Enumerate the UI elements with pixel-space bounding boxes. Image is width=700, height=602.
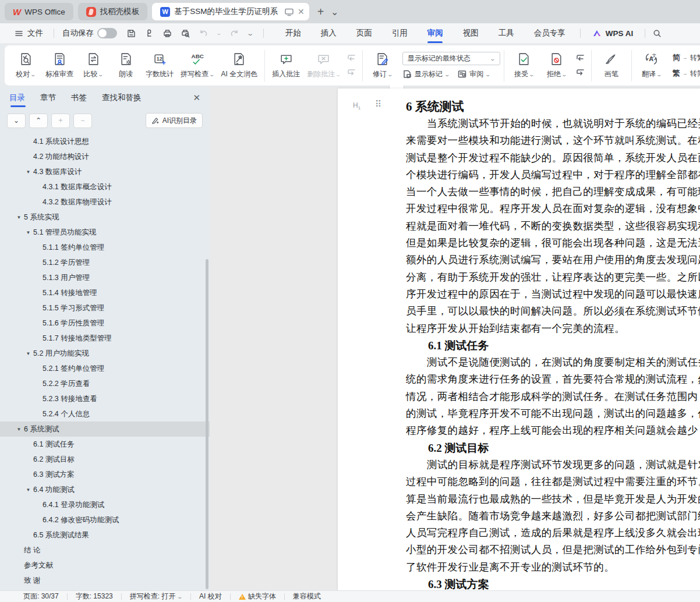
toc-item[interactable]: 6.3 测试方案 bbox=[0, 467, 210, 482]
to-traditional-button[interactable]: 简→ 转繁 bbox=[673, 52, 700, 63]
search-icon[interactable] bbox=[652, 29, 662, 38]
word-count-button[interactable]: 12 字数统计 bbox=[142, 48, 177, 84]
toc-item[interactable]: 5.2.3 转接地查看 bbox=[0, 391, 210, 406]
toc-item[interactable]: 5.1.2 学历管理 bbox=[0, 255, 210, 270]
sidebar-scrollbar[interactable] bbox=[206, 259, 208, 589]
compat-mode-indicator[interactable]: 兼容模式 bbox=[285, 592, 329, 601]
undo-dropdown-icon[interactable]: ⌄ bbox=[215, 30, 222, 36]
toc-item[interactable]: 6.2 测试目标 bbox=[0, 452, 210, 467]
next-change-icon[interactable] bbox=[575, 68, 585, 78]
menu-tab-5[interactable]: 视图 bbox=[453, 23, 489, 43]
menu-tab-6[interactable]: 工具 bbox=[489, 23, 524, 43]
brush-button[interactable]: 画笔 bbox=[595, 48, 628, 84]
toc-item[interactable]: ▼5.2 用户功能实现 bbox=[0, 346, 210, 361]
toc-item[interactable]: 4.2 功能结构设计 bbox=[0, 149, 210, 164]
next-comment-icon[interactable] bbox=[347, 68, 356, 78]
save-icon[interactable] bbox=[126, 29, 136, 38]
print-preview-icon[interactable] bbox=[181, 29, 190, 38]
toc-item[interactable]: 5.2.1 签约单位管理 bbox=[0, 361, 210, 376]
word-count-indicator[interactable]: 字数: 15323 bbox=[68, 592, 121, 601]
export-pdf-icon[interactable] bbox=[144, 29, 154, 38]
zoom-out-button[interactable]: − bbox=[73, 114, 92, 128]
tab-wps-home[interactable]: W WPS Office bbox=[5, 3, 73, 20]
document-page[interactable]: H1 ⠿ 6 系统测试当系统测试环节开始的时候，也就说明对于系统的编码已经弄得大… bbox=[338, 88, 700, 590]
toc-item[interactable]: 5.1.6 学历性质管理 bbox=[0, 316, 210, 331]
previous-change-icon[interactable] bbox=[575, 54, 585, 63]
expand-all-button[interactable]: ⌃ bbox=[29, 114, 48, 128]
toc-item[interactable]: 5.2.2 学历查看 bbox=[0, 376, 210, 391]
print-icon[interactable] bbox=[162, 29, 172, 38]
document-content[interactable]: 6 系统测试当系统测试环节开始的时候，也就说明对于系统的编码已经弄得大致来需要对… bbox=[338, 88, 700, 590]
file-menu[interactable]: 文件 bbox=[8, 28, 49, 38]
menu-tab-3[interactable]: 引用 bbox=[382, 23, 418, 43]
menu-tab-1[interactable]: 插入 bbox=[311, 23, 347, 43]
toc-item[interactable]: ▼6 系统测试 bbox=[0, 422, 210, 437]
toc-item[interactable]: 5.1.1 签约单位管理 bbox=[0, 240, 210, 255]
toc-item[interactable]: 6.4.1 登录功能测试 bbox=[0, 497, 210, 512]
markup-state-select[interactable]: 显示标记的最终状态 ⌄ bbox=[402, 52, 500, 65]
menu-tab-7[interactable]: 会员专享 bbox=[524, 23, 575, 43]
close-tab-icon[interactable]: ✕ bbox=[298, 7, 305, 16]
insert-comment-button[interactable]: 插入批注 bbox=[268, 48, 303, 84]
toc-item[interactable]: 参考文献 bbox=[0, 558, 210, 573]
read-aloud-button[interactable]: 朗读 bbox=[109, 48, 142, 84]
to-simplified-button[interactable]: 繁→ 转简 bbox=[673, 68, 700, 79]
standard-review-button[interactable]: 标准审查 bbox=[42, 48, 77, 84]
sidebar-tab-2[interactable]: 书签 bbox=[71, 87, 87, 108]
accept-button[interactable]: 接受⌄ bbox=[508, 48, 540, 84]
review-pane-button[interactable]: 审阅⌄ bbox=[457, 69, 490, 79]
sidebar-tab-0[interactable]: 目录 bbox=[9, 87, 25, 108]
undo-icon[interactable] bbox=[199, 29, 208, 38]
toc-item[interactable]: 5.1.5 学习形式管理 bbox=[0, 300, 210, 316]
toc-item[interactable]: 5.1.7 转接地类型管理 bbox=[0, 331, 210, 346]
previous-comment-icon[interactable] bbox=[347, 54, 356, 63]
menu-tab-4[interactable]: 审阅 bbox=[418, 23, 453, 43]
menu-tab-0[interactable]: 开始 bbox=[275, 23, 311, 43]
toc-item[interactable]: 结 论 bbox=[0, 543, 210, 558]
toc-item[interactable]: 5.2.4 个人信息 bbox=[0, 406, 210, 422]
menu-tab-2[interactable]: 页面 bbox=[347, 23, 382, 43]
toc-item[interactable]: ▼4.3 数据库设计 bbox=[0, 164, 210, 179]
redo-icon[interactable] bbox=[229, 29, 239, 38]
tab-list-dropdown-icon[interactable]: ⌄ bbox=[328, 5, 342, 19]
toc-item[interactable]: 6.1 测试任务 bbox=[0, 437, 210, 452]
spellcheck-indicator[interactable]: 拼写检查: 打开⌄ bbox=[122, 592, 190, 601]
delete-comment-button[interactable]: 删除批注⌄ bbox=[303, 48, 344, 84]
sidebar-tab-3[interactable]: 查找和替换 bbox=[102, 87, 142, 108]
toc-item[interactable]: 5.1.4 转接地管理 bbox=[0, 285, 210, 300]
toc-item[interactable]: 4.3.1 数据库概念设计 bbox=[0, 179, 210, 194]
autosave-toggle[interactable] bbox=[97, 28, 117, 38]
ai-polish-button[interactable]: AI 全文润色 bbox=[218, 48, 261, 84]
collapse-arrow-icon[interactable]: ▼ bbox=[14, 427, 24, 432]
wps-ai-button[interactable]: WPS AI bbox=[585, 29, 641, 38]
zoom-in-button[interactable]: + bbox=[51, 114, 70, 128]
missing-font-warning[interactable]: 缺失字体 bbox=[231, 592, 284, 601]
toc-item[interactable]: 6.5 系统测试结果 bbox=[0, 527, 210, 543]
collapse-arrow-icon[interactable]: ▼ bbox=[23, 487, 33, 493]
translate-button[interactable]: A文 翻译⌄ bbox=[635, 48, 668, 84]
tab-document[interactable]: W 基于SSM的毕业生学历证明系 ✕ bbox=[152, 3, 309, 20]
toc-item[interactable]: 致 谢 bbox=[0, 573, 210, 587]
toc-item[interactable]: ▼5 系统实现 bbox=[0, 210, 210, 225]
sidebar-tab-1[interactable]: 章节 bbox=[40, 87, 56, 108]
toolbar-dropdown-icon[interactable]: ⌄ bbox=[246, 30, 254, 37]
sidebar-close-icon[interactable]: ✕ bbox=[193, 93, 200, 103]
spell-check-button[interactable]: ABC 拼写检查⌄ bbox=[177, 48, 218, 84]
proofread-button[interactable]: 校对⌄ bbox=[9, 48, 42, 84]
toc-item[interactable]: ▼5.1 管理员功能实现 bbox=[0, 225, 210, 240]
reject-button[interactable]: 拒绝⌄ bbox=[540, 48, 573, 84]
toc-item[interactable]: 6.4.2 修改密码功能测试 bbox=[0, 512, 210, 527]
toc-item[interactable]: 4.1 系统设计思想 bbox=[0, 134, 210, 149]
toc-item[interactable]: 5.1.3 用户管理 bbox=[0, 270, 210, 285]
toc-item[interactable]: ▼6.4 功能测试 bbox=[0, 482, 210, 497]
collapse-arrow-icon[interactable]: ▼ bbox=[14, 215, 24, 220]
collapse-arrow-icon[interactable]: ▼ bbox=[23, 169, 33, 175]
tab-docer[interactable]: 找稻壳模板 bbox=[78, 3, 148, 20]
compare-button[interactable]: 比较⌄ bbox=[77, 48, 109, 84]
collapse-arrow-icon[interactable]: ▼ bbox=[23, 351, 33, 356]
track-changes-button[interactable]: 修订⌄ bbox=[366, 48, 399, 84]
new-tab-button[interactable]: + bbox=[314, 5, 328, 19]
toc-item[interactable]: 4.3.2 数据库物理设计 bbox=[0, 194, 210, 210]
collapse-all-button[interactable]: ⌄ bbox=[7, 114, 26, 128]
monitor-icon[interactable] bbox=[284, 7, 294, 17]
